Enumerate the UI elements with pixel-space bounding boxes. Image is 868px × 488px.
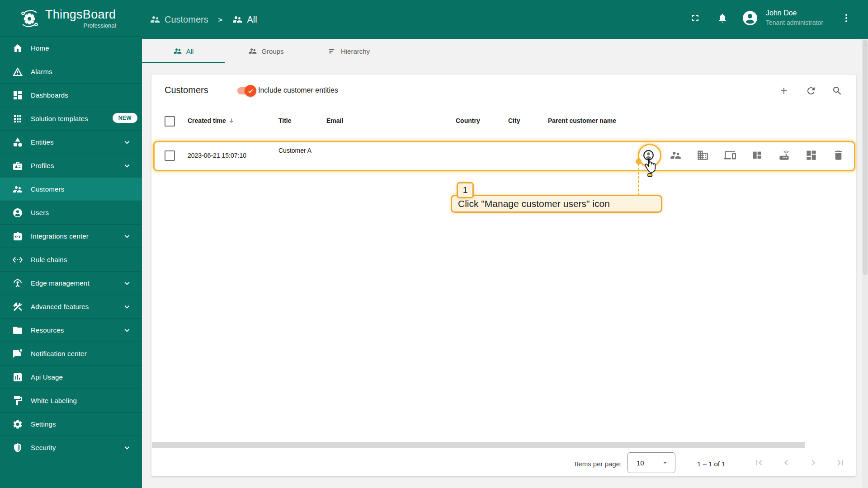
include-customer-entities-toggle[interactable]	[237, 87, 255, 94]
hierarchy-icon	[328, 47, 337, 56]
sidebar-item-customers[interactable]: Customers	[0, 177, 142, 201]
sidebar-item-resources[interactable]: Resources	[0, 318, 142, 342]
antenna-icon	[12, 278, 23, 289]
cell-title: Customer A	[278, 145, 318, 156]
column-email[interactable]: Email	[326, 117, 343, 124]
new-badge: NEW	[113, 113, 137, 123]
page-range-label: 1 – 1 of 1	[697, 460, 726, 468]
sidebar-item-alarms[interactable]: Alarms	[0, 60, 142, 83]
app-name: ThingsBoard	[45, 7, 116, 22]
home-icon	[12, 43, 23, 54]
horizontal-scrollbar[interactable]	[152, 442, 805, 448]
sidebar: ThingsBoard Professional Home Alarms Das…	[0, 0, 142, 488]
sidebar-item-rule-chains[interactable]: Rule chains	[0, 248, 142, 271]
next-page-icon[interactable]	[808, 457, 819, 468]
column-title[interactable]: Title	[278, 117, 292, 124]
paint-icon	[12, 395, 23, 406]
sidebar-item-edge-management[interactable]: Edge management	[0, 271, 142, 295]
tools-icon	[12, 301, 23, 312]
annotation-text: Click "Manage customer users" icon	[451, 195, 662, 213]
sidebar-item-entities[interactable]: Entities	[0, 130, 142, 154]
people-icon	[232, 14, 243, 25]
search-icon[interactable]	[832, 85, 843, 96]
add-icon[interactable]	[778, 85, 789, 96]
toggle-label: Include customer entities	[258, 86, 338, 94]
select-all-checkbox[interactable]	[165, 116, 175, 127]
previous-page-icon[interactable]	[781, 457, 792, 468]
customers-card: Customers Include customer entities Crea…	[151, 75, 856, 476]
items-per-page-label: Items per page:	[575, 460, 622, 468]
person-circle-icon	[12, 207, 23, 218]
tab-groups[interactable]: Groups	[225, 39, 307, 63]
topbar: Customers > All John Doe Tenant administ…	[142, 0, 868, 39]
sidebar-item-api-usage[interactable]: Api Usage	[0, 365, 142, 389]
vertical-scrollbar-thumb[interactable]	[863, 40, 868, 275]
page-title: Customers	[165, 85, 208, 95]
user-name[interactable]: John Doe	[766, 9, 797, 17]
sidebar-item-integrations-center[interactable]: Integrations center	[0, 224, 142, 248]
delete-icon[interactable]	[832, 149, 844, 161]
sidebar-item-settings[interactable]: Settings	[0, 412, 142, 436]
first-page-icon[interactable]	[754, 457, 764, 468]
chevron-down-icon	[122, 302, 132, 312]
chevron-down-icon	[122, 161, 132, 171]
sidebar-item-dashboards[interactable]: Dashboards	[0, 83, 142, 107]
refresh-icon[interactable]	[806, 85, 816, 96]
toggle-thumb	[245, 85, 256, 97]
items-per-page-select[interactable]: 10	[627, 452, 675, 473]
integration-icon	[12, 231, 23, 242]
chat-dot-icon	[12, 348, 23, 359]
chevron-down-icon	[122, 278, 132, 288]
last-page-icon[interactable]	[835, 457, 846, 468]
column-created-time[interactable]: Created time	[188, 117, 235, 124]
sidebar-item-advanced-features[interactable]: Advanced features	[0, 295, 142, 318]
bell-icon[interactable]	[717, 13, 728, 23]
shapes-icon	[12, 137, 23, 148]
column-city[interactable]: City	[508, 117, 520, 124]
chart-icon	[12, 372, 23, 383]
manage-customer-dashboards-icon[interactable]	[805, 149, 817, 161]
kebab-menu-icon[interactable]	[841, 13, 852, 23]
breadcrumb-customers[interactable]: Customers	[165, 14, 208, 25]
column-parent-customer-name[interactable]: Parent customer name	[548, 117, 616, 124]
breadcrumb-separator: >	[218, 16, 222, 23]
thingsboard-logo-icon	[20, 7, 39, 29]
table-header: Created time Title Email Country City Pa…	[151, 115, 856, 136]
people-icon	[150, 14, 160, 25]
tab-bar: All Groups Hierarchy	[142, 39, 390, 63]
row-actions	[642, 149, 844, 161]
paginator-nav	[754, 457, 846, 468]
manage-customer-edges-icon[interactable]	[778, 149, 790, 161]
vertical-scrollbar[interactable]	[862, 39, 868, 488]
manage-customer-devices-icon[interactable]	[724, 149, 736, 161]
cursor-pointer-icon	[642, 158, 658, 178]
sidebar-item-home[interactable]: Home	[0, 36, 142, 60]
people-icon	[173, 47, 182, 56]
avatar[interactable]	[741, 9, 759, 27]
paginator: Items per page: 10 1 – 1 of 1	[151, 452, 856, 476]
chevron-down-icon	[122, 231, 132, 241]
sidebar-item-solution-templates[interactable]: Solution templates NEW	[0, 107, 142, 130]
apps-icon	[12, 113, 23, 124]
sidebar-item-notification-center[interactable]: Notification center	[0, 342, 142, 365]
sidebar-item-security[interactable]: Security	[0, 436, 142, 459]
breadcrumb-all: All	[247, 14, 257, 25]
tab-hierarchy[interactable]: Hierarchy	[307, 39, 390, 63]
fullscreen-icon[interactable]	[690, 13, 701, 23]
sort-desc-icon	[228, 117, 235, 124]
row-checkbox[interactable]	[165, 150, 175, 161]
folder-icon	[12, 325, 23, 336]
manage-customer-dashboard-groups-icon[interactable]	[751, 149, 763, 161]
user-role: Tenant administrator	[766, 19, 823, 26]
tab-all[interactable]: All	[142, 39, 225, 63]
badge-icon	[12, 160, 23, 171]
sidebar-item-users[interactable]: Users	[0, 201, 142, 224]
sidebar-item-profiles[interactable]: Profiles	[0, 154, 142, 177]
sidebar-item-white-labeling[interactable]: White Labeling	[0, 389, 142, 412]
logo[interactable]: ThingsBoard Professional	[20, 7, 116, 29]
column-country[interactable]: Country	[456, 117, 480, 124]
manage-customer-assets-icon[interactable]	[697, 149, 709, 161]
chevron-down-icon	[122, 325, 132, 335]
manage-customer-user-groups-icon[interactable]	[670, 149, 682, 161]
app-edition: Professional	[45, 22, 116, 29]
